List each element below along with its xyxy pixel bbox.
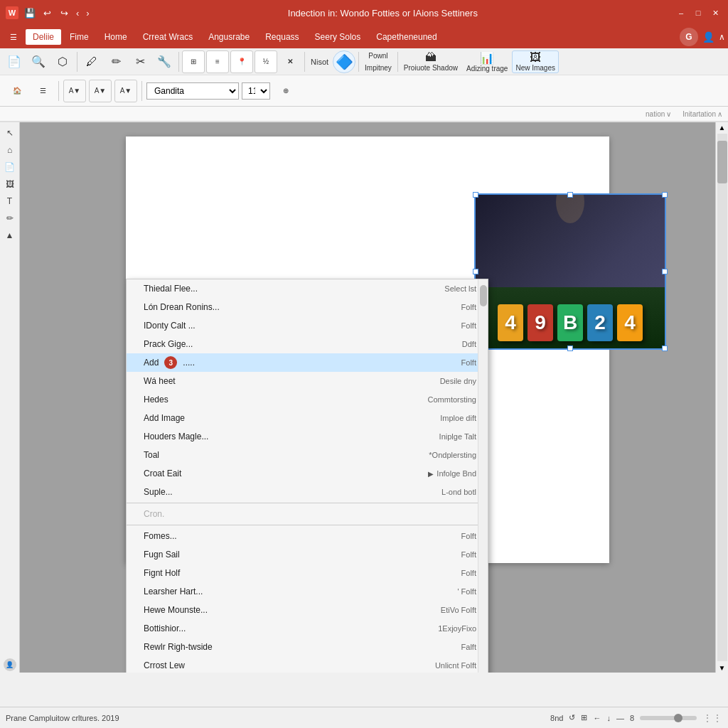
lt-page-btn[interactable]: 📄	[2, 159, 18, 175]
search-btn[interactable]: 🔍	[27, 50, 50, 73]
lt-nav-up-btn[interactable]: ▲	[2, 228, 18, 243]
table-btn[interactable]: ⊞	[182, 50, 205, 73]
handle-top-left[interactable]	[473, 192, 478, 198]
page-nav-icon[interactable]: ↺	[569, 713, 575, 722]
home-icon-btn[interactable]: 🏠	[6, 80, 28, 102]
letter-0: 4	[498, 304, 523, 341]
scrollbar-track[interactable]	[717, 134, 727, 661]
lt-cursor-btn[interactable]: ↖	[2, 125, 18, 141]
ctx-add-image[interactable]: Add Image Imploe dift	[127, 409, 488, 427]
scrollbar-thumb[interactable]	[717, 141, 727, 183]
new-doc-btn[interactable]: 📄	[3, 50, 26, 73]
ribbon-minimize-btn[interactable]: ∧	[719, 32, 725, 42]
highlight-btn[interactable]: A▼	[114, 80, 137, 102]
ctx-croat-eait[interactable]: Croat Eait ▶ Infolge Bnd	[127, 464, 488, 483]
handle-left-middle[interactable]	[473, 269, 478, 274]
ctx-houders-magle[interactable]: Houders Magle... Iniplge Talt	[127, 427, 488, 446]
undo-quick-btn[interactable]: ↩	[40, 6, 54, 20]
document-page: Thiedal Flee... Select lst Lón Drean Ron…	[126, 136, 609, 563]
tools-btn[interactable]: 🔧	[153, 50, 176, 73]
ctx-add[interactable]: Add 3 ..... Folft	[127, 353, 488, 372]
font-color-a-btn[interactable]: A▼	[63, 80, 86, 102]
menu-scrollbar-thumb[interactable]	[480, 285, 487, 306]
eraser-btn[interactable]: ✂	[129, 50, 151, 73]
menu-item-seery-solos[interactable]: Seery Solos	[308, 29, 368, 45]
lt-text-btn[interactable]: T	[2, 193, 18, 209]
user-avatar[interactable]: G	[680, 28, 698, 46]
back-btn[interactable]: ‹	[74, 8, 81, 18]
image-letters: 49B24	[498, 304, 643, 341]
scroll-down-btn[interactable]: ▼	[717, 663, 727, 673]
ctx-prack-gige[interactable]: Prack Gige... Ddft	[127, 335, 488, 353]
ctx-hewe-mounste[interactable]: Hewe Mounste... EtiVo Folft	[127, 601, 488, 619]
handle-top-right[interactable]	[662, 192, 668, 198]
ctx-learsher-hart[interactable]: Learsher Hart... ' Folft	[127, 582, 488, 601]
handle-bottom-right[interactable]	[662, 346, 668, 351]
menu-item-home[interactable]: Home	[97, 29, 134, 45]
zoom-thumb[interactable]	[674, 714, 682, 722]
lt-draw-btn[interactable]: ✏	[2, 210, 18, 226]
handle-bottom-middle[interactable]	[567, 346, 573, 351]
minimize-btn[interactable]: –	[674, 6, 688, 20]
document-image-container[interactable]: 49B24	[474, 193, 666, 350]
scroll-up-btn[interactable]: ▲	[717, 122, 727, 132]
menu-item-file[interactable]: ☰	[3, 30, 24, 45]
ctx-fomes[interactable]: Fomes... Folft	[127, 527, 488, 545]
close-btn[interactable]: ✕	[708, 6, 722, 20]
forward-btn[interactable]: ›	[84, 8, 91, 18]
ctx-wa-heet[interactable]: Wá heet Desile dny	[127, 372, 488, 390]
menu-item-capetheneuned[interactable]: Capetheneuned	[369, 29, 444, 45]
ctx-idonty-calt[interactable]: IDonty Calt ... Folft	[127, 316, 488, 335]
impitney-btn[interactable]: 🔷	[333, 50, 355, 73]
font-family-dropdown[interactable]: Gandita	[146, 82, 239, 100]
handle-right-middle[interactable]	[662, 269, 668, 274]
expand-ribbon-btn[interactable]: ⊕	[274, 80, 297, 102]
pownl-btn[interactable]: Pownl	[362, 50, 395, 61]
arrow-left-icon[interactable]: ←	[593, 714, 601, 722]
nation-section-label[interactable]: nation ∨	[646, 110, 671, 118]
format-btn[interactable]: ≡	[206, 50, 229, 73]
lt-home-btn[interactable]: ⌂	[2, 142, 18, 158]
menu-item-fime[interactable]: Fime	[63, 29, 96, 45]
menu-scrollbar[interactable]	[478, 279, 488, 673]
ctx-toal[interactable]: Toal *Ondplersting	[127, 446, 488, 464]
font-color-a2-btn[interactable]: A▼	[89, 80, 112, 102]
adizing-trage-btn[interactable]: 📊 Adizing trage	[464, 50, 510, 73]
save-quick-btn[interactable]: 💾	[23, 6, 37, 20]
proiuote-shadow-btn[interactable]: 🏔 Proiuote Shadow	[401, 50, 461, 73]
ctx-hedes[interactable]: Hedes Commtorsting	[127, 390, 488, 409]
nisot-btn[interactable]: Nisot	[308, 50, 331, 73]
account-btn[interactable]: 👤	[702, 31, 714, 43]
impitney-label-btn[interactable]: Impitney	[362, 62, 395, 73]
font-size-dropdown[interactable]: 11	[242, 82, 270, 100]
zoom-slider[interactable]	[640, 716, 697, 720]
ctx-lon-drean[interactable]: Lón Drean Ronins... Folft	[127, 298, 488, 316]
ctx-rewir[interactable]: Rewlr Righ-twside Falft	[127, 638, 488, 656]
pencil-btn[interactable]: ✏	[105, 50, 127, 73]
arrow-down-icon[interactable]: ↓	[606, 714, 611, 722]
brush-btn[interactable]: 🖊	[80, 50, 103, 73]
menu-item-crreat-wracs[interactable]: Crreat Wracs	[136, 29, 200, 45]
ctx-suple[interactable]: Suple... L-ond botl	[127, 483, 488, 501]
ctx-fignt-holf[interactable]: Fignt Holf Folft	[127, 564, 488, 582]
ctx-thiedal-flee[interactable]: Thiedal Flee... Select lst	[127, 279, 488, 298]
list-icon-btn[interactable]: ☰	[31, 80, 54, 102]
ctx-bottishior[interactable]: Bottishior... 1ExjoyFixo	[127, 619, 488, 638]
initartation-section-label[interactable]: Initartation ∧	[682, 110, 722, 118]
ctx-fugn-sail[interactable]: Fugn Sail Folft	[127, 545, 488, 564]
ctx-crrost-lew[interactable]: Crrost Lew Unlicnt Folft	[127, 656, 488, 673]
close-ribbon-btn[interactable]: ✕	[279, 50, 301, 73]
redo-quick-btn[interactable]: ↪	[57, 6, 71, 20]
maximize-btn[interactable]: □	[691, 6, 705, 20]
handle-top-middle[interactable]	[567, 192, 573, 198]
location-btn[interactable]: 📍	[230, 50, 253, 73]
lt-img-btn[interactable]: 🖼	[2, 176, 18, 192]
menu-item-angusrabe[interactable]: Angusrabe	[201, 29, 257, 45]
new-images-btn[interactable]: 🖼 New Images	[512, 50, 559, 73]
menu-item-requass[interactable]: Requass	[258, 29, 306, 45]
shapes-btn[interactable]: ⬡	[51, 50, 74, 73]
menu-item-deliie[interactable]: Deliie	[26, 29, 61, 45]
fraction-btn[interactable]: ½	[255, 50, 277, 73]
page-layout-icon[interactable]: ⊞	[581, 713, 587, 722]
lt-avatar-btn[interactable]: 👤	[2, 657, 18, 673]
